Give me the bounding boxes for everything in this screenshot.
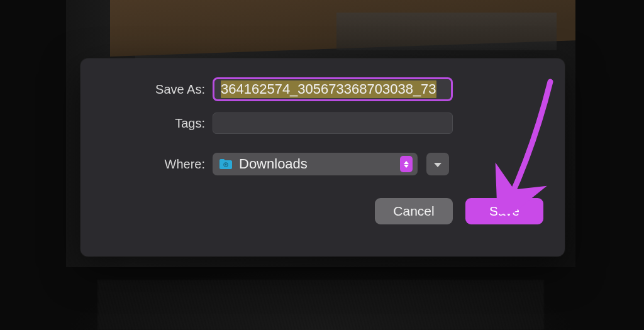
tags-label: Tags: <box>99 116 213 131</box>
expand-button[interactable] <box>426 153 449 175</box>
saveas-label: Save As: <box>99 82 213 97</box>
button-row: Cancel Save <box>99 198 546 224</box>
tags-row: Tags: <box>99 113 546 134</box>
chevron-down-icon <box>434 163 441 167</box>
svg-point-1 <box>225 164 227 166</box>
saveas-input-wrap: 364162574_305673368703038_73 <box>213 77 453 101</box>
where-value: Downloads <box>239 156 400 172</box>
where-row: Where: Downloads <box>99 153 546 175</box>
tags-input[interactable] <box>213 113 453 134</box>
saveas-input[interactable]: 364162574_305673368703038_73 <box>213 77 453 101</box>
cancel-button[interactable]: Cancel <box>375 198 453 224</box>
save-button[interactable]: Save <box>465 198 543 224</box>
where-label: Where: <box>99 157 213 172</box>
folder-icon <box>219 158 233 170</box>
where-stepper-icon <box>400 156 413 172</box>
save-dialog: Save As: 364162574_305673368703038_73 Ta… <box>80 58 565 256</box>
saveas-row: Save As: 364162574_305673368703038_73 <box>99 77 546 101</box>
where-select[interactable]: Downloads <box>213 153 418 175</box>
saveas-selected-text: 364162574_305673368703038_73 <box>221 80 436 98</box>
